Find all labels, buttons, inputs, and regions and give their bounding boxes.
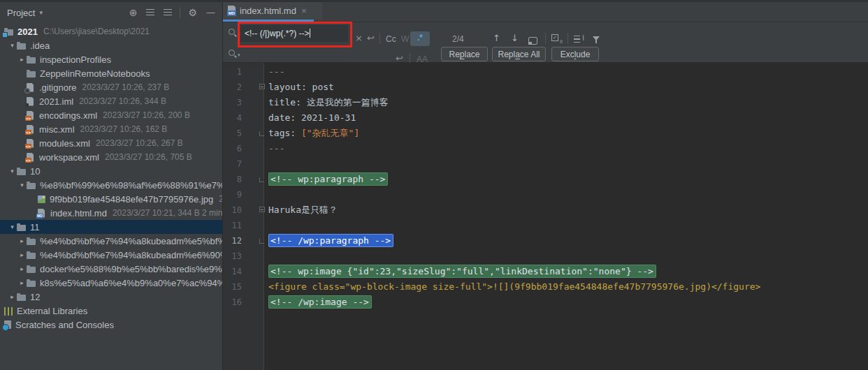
code-line[interactable]: 4date: 2021-10-31 bbox=[223, 110, 868, 126]
code-line[interactable]: 7 bbox=[223, 156, 868, 172]
tree-row[interactable]: ZeppelinRemoteNotebooks bbox=[0, 66, 222, 80]
code-line[interactable]: 1--- bbox=[223, 64, 868, 80]
settings-gear-icon[interactable]: ⚙ bbox=[188, 8, 197, 17]
editor-tab-index-html-md[interactable]: MD index.html.md × bbox=[223, 1, 322, 20]
markdown-file-icon: MD bbox=[227, 6, 236, 16]
chevron-expanded-icon[interactable]: ▾ bbox=[8, 168, 17, 175]
tree-row[interactable]: ▸%e4%bd%bf%e7%94%a8kubeadm%e6%90% bbox=[0, 248, 222, 262]
fold-marker-icon[interactable] bbox=[259, 131, 264, 136]
tree-row[interactable]: 9f9bb019fae454848efe47b7795976e.jpg2 bbox=[0, 192, 222, 206]
tree-row[interactable]: Scratches and Consoles bbox=[0, 318, 222, 332]
tree-item-name: encodings.xml bbox=[39, 110, 97, 121]
folder-icon bbox=[27, 57, 36, 64]
tree-item-name: ZeppelinRemoteNotebooks bbox=[40, 68, 150, 79]
tree-row[interactable]: ▸12 bbox=[0, 290, 222, 304]
tree-row[interactable]: ▾11 bbox=[0, 220, 222, 234]
tree-row[interactable]: ▸k8s%e5%ad%a6%e4%b9%a0%e7%ac%94%e bbox=[0, 276, 222, 290]
code-segment: layout: post bbox=[268, 82, 334, 92]
code-line[interactable]: 2layout: post bbox=[223, 80, 868, 95]
project-panel-header: Project ▾ ⊕ ⚙ — bbox=[0, 0, 222, 23]
tree-row[interactable]: <>workspace.xml2023/3/27 10:26, 705 B bbox=[0, 150, 222, 164]
code-line[interactable]: 6--- bbox=[223, 141, 868, 156]
code-line[interactable]: 8<!-- wp:paragraph --> bbox=[223, 172, 868, 187]
tree-row[interactable]: ▸inspectionProfiles bbox=[0, 52, 222, 66]
code-line[interactable]: 10Haruka是只猫？ bbox=[223, 202, 868, 218]
previous-match-icon[interactable]: ↑ bbox=[493, 33, 500, 43]
search-input[interactable]: <!-- (/|)wp(.*?) --> bbox=[240, 25, 348, 42]
tree-item-name: 2021 bbox=[17, 27, 38, 37]
chevron-collapsed-icon[interactable]: ▸ bbox=[17, 279, 27, 286]
code-text bbox=[264, 218, 268, 233]
tree-row[interactable]: ▸docker%e5%88%9b%e5%bb%baredis%e9%9 bbox=[0, 262, 222, 276]
select-all-occurrences-icon[interactable] bbox=[551, 34, 563, 46]
code-line[interactable]: 12<!-- /wp:paragraph --> bbox=[223, 233, 868, 249]
code-line[interactable]: 14<!-- wp:image {"id":23,"sizeSlug":"ful… bbox=[223, 264, 868, 279]
fold-marker-icon[interactable] bbox=[259, 177, 264, 182]
tree-row[interactable]: <>modules.xml2023/3/27 10:26, 267 B bbox=[0, 136, 222, 150]
collapse-all-icon[interactable] bbox=[164, 9, 172, 16]
code-line[interactable]: 5tags: ["杂乱无章"] bbox=[223, 126, 868, 141]
tree-row[interactable]: ▸%e4%bd%bf%e7%94%a8kubeadm%e5%bf% bbox=[0, 234, 222, 248]
code-line[interactable]: 13 bbox=[223, 249, 868, 264]
tree-item-name: modules.xml bbox=[39, 138, 90, 149]
tree-row[interactable]: <>misc.xml2023/3/27 10:26, 162 B bbox=[0, 122, 222, 136]
tree-item-name: inspectionProfiles bbox=[40, 54, 111, 65]
tree-item-name: misc.xml bbox=[39, 124, 75, 135]
replace-history-icon[interactable]: ▾ bbox=[228, 49, 240, 61]
current-search-match: <!-- /wp:paragraph --> bbox=[268, 234, 393, 247]
chevron-collapsed-icon[interactable]: ▸ bbox=[17, 56, 27, 63]
code-line[interactable]: 3title: 这是我的第一篇博客 bbox=[223, 95, 868, 110]
exclude-button[interactable]: Exclude bbox=[551, 47, 599, 61]
expand-all-icon[interactable] bbox=[146, 9, 154, 16]
next-match-icon[interactable]: ↓ bbox=[511, 33, 519, 43]
file-image-icon bbox=[38, 195, 45, 203]
project-view-selector[interactable]: Project ▾ bbox=[7, 8, 43, 18]
open-in-find-window-icon[interactable] bbox=[528, 35, 537, 47]
chevron-collapsed-icon[interactable]: ▸ bbox=[8, 293, 17, 300]
filter-funnel-icon[interactable] bbox=[593, 34, 600, 47]
chevron-expanded-icon[interactable]: ▾ bbox=[8, 223, 17, 230]
hide-panel-icon[interactable]: — bbox=[206, 8, 215, 17]
newline-icon[interactable]: ↩ bbox=[367, 31, 375, 45]
replace-all-button[interactable]: Replace All bbox=[492, 47, 546, 61]
words-toggle[interactable]: W bbox=[401, 34, 409, 44]
code-line[interactable]: 9 bbox=[223, 187, 868, 202]
close-icon[interactable]: × bbox=[301, 6, 307, 16]
code-text: Haruka是只猫？ bbox=[264, 202, 338, 218]
ide-window: Project ▾ ⊕ ⚙ — 2021C:\Users\jiase\Deskt… bbox=[0, 0, 868, 370]
tree-item-name: 9f9bb019fae454848efe47b7795976e.jpg bbox=[50, 194, 213, 205]
locate-file-icon[interactable]: ⊕ bbox=[129, 8, 138, 17]
chevron-expanded-icon[interactable]: ▾ bbox=[17, 182, 27, 188]
fold-marker-icon[interactable] bbox=[259, 239, 264, 244]
code-line[interactable]: 11 bbox=[223, 218, 868, 233]
code-text bbox=[264, 187, 268, 202]
code-segment: --- bbox=[268, 143, 284, 154]
tree-row[interactable]: 2021C:\Users\jiase\Desktop\2021 bbox=[0, 24, 222, 38]
tree-row[interactable]: <>encodings.xml2023/3/27 10:26, 200 B bbox=[0, 108, 222, 122]
chevron-collapsed-icon[interactable]: ▸ bbox=[17, 265, 27, 272]
fold-marker-icon[interactable] bbox=[259, 207, 265, 212]
tree-row[interactable]: MDindex.html.md2023/3/27 10:21, 344 B 2 … bbox=[0, 206, 222, 220]
search-icon[interactable]: ▾ bbox=[228, 28, 240, 40]
code-line[interactable]: 16<!-- /wp:image --> bbox=[223, 295, 868, 310]
code-editor-area[interactable]: 1---2layout: post3title: 这是我的第一篇博客4date:… bbox=[223, 63, 868, 370]
chevron-collapsed-icon[interactable]: ▸ bbox=[17, 251, 27, 258]
search-in-selection-icon[interactable] bbox=[574, 34, 584, 46]
chevron-expanded-icon[interactable]: ▾ bbox=[8, 42, 17, 49]
tree-row[interactable]: External Libraries bbox=[0, 304, 222, 318]
chevron-collapsed-icon[interactable]: ▸ bbox=[17, 237, 27, 244]
code-line[interactable]: 15<figure class="wp-block-image size-ful… bbox=[223, 279, 868, 295]
tree-row[interactable]: ▾%e8%bf%99%e6%98%af%e6%88%91%e7%9 bbox=[0, 178, 222, 192]
file-xml-icon: <> bbox=[27, 125, 35, 134]
clear-search-icon[interactable]: × bbox=[355, 31, 363, 45]
tree-row[interactable]: ▾10 bbox=[0, 164, 222, 178]
tree-row[interactable]: .gitignore2023/3/27 10:26, 237 B bbox=[0, 80, 222, 94]
tree-row[interactable]: 2021.iml2023/3/27 10:26, 344 B bbox=[0, 94, 222, 108]
tree-row[interactable]: ▾.idea bbox=[0, 38, 222, 52]
replace-button[interactable]: Replace bbox=[441, 47, 488, 61]
fold-marker-icon[interactable] bbox=[259, 84, 265, 89]
line-number: 16 bbox=[223, 295, 264, 310]
regex-toggle[interactable]: .* bbox=[410, 31, 430, 46]
match-case-toggle[interactable]: Cc bbox=[386, 34, 396, 44]
replace-input[interactable] bbox=[240, 46, 380, 63]
